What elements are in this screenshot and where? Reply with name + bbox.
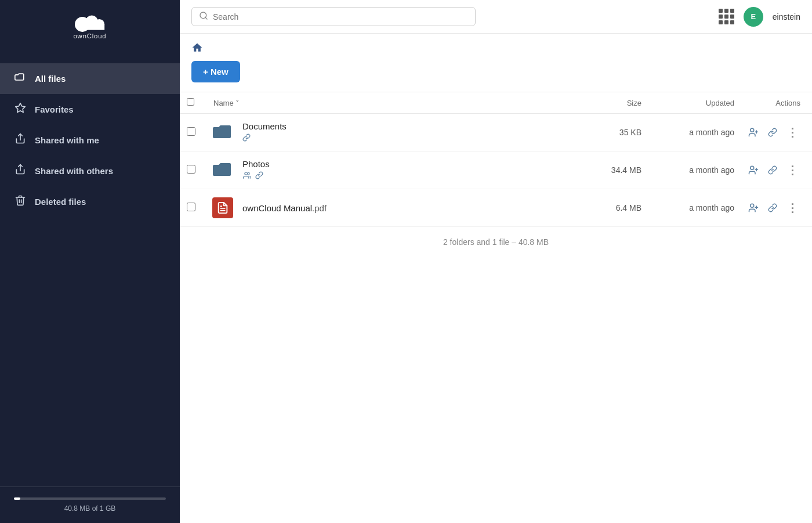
- svg-line-9: [205, 17, 207, 19]
- add-share-button[interactable]: [746, 125, 761, 140]
- sidebar-item-label: Shared with others: [35, 166, 113, 176]
- sidebar-item-label: All files: [35, 74, 66, 84]
- sidebar-item-shared-with-me[interactable]: Shared with me: [0, 125, 180, 156]
- file-name[interactable]: Documents: [242, 121, 287, 131]
- file-actions: ⋮: [741, 189, 812, 227]
- search-input[interactable]: [213, 12, 468, 21]
- svg-rect-3: [82, 24, 104, 30]
- file-name-cell: ownCloud Manual.pdf: [206, 189, 579, 227]
- sidebar-item-label: Deleted files: [35, 197, 86, 207]
- file-actions: ⋮: [741, 152, 812, 189]
- username-label: einstein: [773, 12, 800, 21]
- star-icon: [14, 102, 27, 117]
- folder-icon-wrap: [211, 121, 234, 144]
- header: E einstein: [180, 0, 812, 34]
- svg-text:ownCloud: ownCloud: [73, 33, 106, 39]
- row-checkbox[interactable]: [187, 127, 195, 136]
- svg-point-10: [751, 128, 754, 132]
- new-button[interactable]: + New: [191, 61, 240, 82]
- user-avatar: E: [744, 7, 763, 27]
- pdf-icon-wrap: [211, 196, 234, 219]
- svg-marker-5: [16, 103, 26, 113]
- share-link-button[interactable]: [766, 125, 780, 139]
- sidebar-footer: 40.8 MB of 1 GB: [0, 486, 180, 523]
- file-name[interactable]: Photos: [242, 159, 270, 169]
- file-size: 6.4 MB: [579, 189, 648, 227]
- row-checkbox-cell: [180, 152, 206, 189]
- col-size-header: Size: [579, 92, 648, 114]
- more-actions-button[interactable]: ⋮: [784, 123, 800, 142]
- more-actions-button[interactable]: ⋮: [784, 199, 800, 217]
- svg-point-19: [751, 204, 754, 207]
- sidebar-nav: All files Favorites Shared with me: [0, 59, 180, 486]
- share-in-icon: [14, 133, 27, 147]
- sidebar-item-label: Shared with me: [35, 135, 99, 145]
- file-tags: [242, 171, 270, 181]
- sidebar-item-label: Favorites: [35, 104, 74, 114]
- add-share-button[interactable]: [746, 200, 761, 215]
- col-updated-header: Updated: [648, 92, 741, 114]
- main-content: E einstein + New Name ˅: [180, 0, 812, 523]
- group-tag-icon: [242, 171, 252, 181]
- pdf-file-icon: [212, 197, 233, 218]
- sidebar-item-shared-with-others[interactable]: Shared with others: [0, 156, 180, 186]
- storage-label: 40.8 MB of 1 GB: [14, 504, 166, 513]
- trash-icon: [14, 194, 27, 209]
- file-list-body: Documents: [180, 114, 812, 227]
- header-right: E einstein: [719, 7, 800, 27]
- svg-point-14: [751, 166, 754, 169]
- row-checkbox-cell: [180, 189, 206, 227]
- table-row: Documents: [180, 114, 812, 152]
- file-updated: a month ago: [648, 189, 741, 227]
- row-checkbox-cell: [180, 114, 206, 152]
- link-tag-icon: [255, 171, 263, 181]
- file-tags: [242, 134, 287, 143]
- row-checkbox[interactable]: [187, 203, 195, 211]
- search-icon: [199, 11, 208, 22]
- col-name-header[interactable]: Name ˅: [206, 92, 579, 114]
- col-actions-header: Actions: [741, 92, 812, 114]
- file-updated: a month ago: [648, 152, 741, 189]
- svg-point-13: [245, 172, 248, 175]
- breadcrumb: [180, 34, 812, 61]
- sidebar: ownCloud All files Favorites: [0, 0, 180, 523]
- folder-icon: [14, 71, 27, 86]
- file-updated: a month ago: [648, 114, 741, 152]
- link-tag-icon: [242, 134, 251, 143]
- file-name-cell: Photos: [206, 152, 579, 189]
- file-area: + New Name ˅ Size Updated Actions: [180, 34, 812, 523]
- apps-grid-icon[interactable]: [719, 9, 734, 24]
- file-size: 35 KB: [579, 114, 648, 152]
- select-all-checkbox[interactable]: [187, 98, 194, 106]
- sidebar-item-deleted-files[interactable]: Deleted files: [0, 186, 180, 217]
- folder-icon-wrap: [211, 158, 234, 182]
- sort-icon: ˅: [235, 99, 240, 107]
- sidebar-item-all-files[interactable]: All files: [0, 63, 180, 94]
- file-size: 34.4 MB: [579, 152, 648, 189]
- file-summary: 2 folders and 1 file – 40.8 MB: [180, 227, 812, 257]
- more-actions-button[interactable]: ⋮: [784, 161, 800, 179]
- sidebar-item-favorites[interactable]: Favorites: [0, 94, 180, 125]
- add-share-button[interactable]: [746, 163, 761, 178]
- file-actions: ⋮: [741, 114, 812, 152]
- file-table: Name ˅ Size Updated Actions: [180, 92, 812, 227]
- share-link-button[interactable]: [766, 201, 780, 215]
- col-check-header: [180, 92, 206, 114]
- table-header-row: Name ˅ Size Updated Actions: [180, 92, 812, 114]
- row-checkbox[interactable]: [187, 165, 195, 174]
- table-row: Photos: [180, 152, 812, 189]
- share-out-icon: [14, 164, 27, 178]
- table-row: ownCloud Manual.pdf 6.4 MB a month ago: [180, 189, 812, 227]
- storage-bar-background: [14, 497, 166, 500]
- home-icon[interactable]: [191, 42, 203, 56]
- logo: ownCloud: [0, 0, 180, 59]
- file-name[interactable]: ownCloud Manual.pdf: [242, 203, 327, 213]
- file-name-cell: Documents: [206, 114, 579, 152]
- share-link-button[interactable]: [766, 163, 780, 177]
- search-box[interactable]: [191, 7, 476, 26]
- storage-bar-fill: [14, 497, 20, 500]
